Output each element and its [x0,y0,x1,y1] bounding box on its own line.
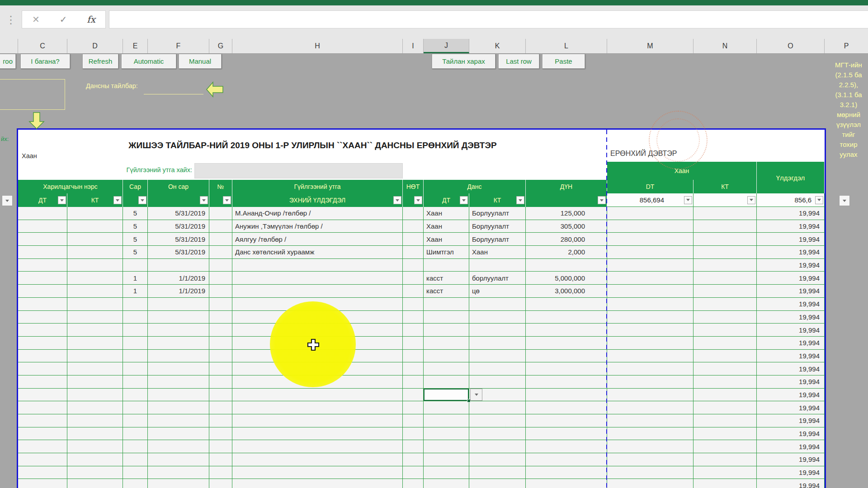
cell-n[interactable] [693,375,757,388]
cell-onsar[interactable] [148,350,209,362]
cell-uld[interactable]: 19,994 [757,389,825,401]
cell-no[interactable] [209,311,232,324]
cell-n[interactable] [693,401,757,414]
column-header-L[interactable]: L [526,39,607,53]
filter-dropdown[interactable] [414,196,422,204]
cell-m[interactable] [607,466,693,479]
cell-m[interactable] [607,362,693,375]
cell-novt[interactable] [403,389,424,401]
cell-n[interactable] [693,233,757,245]
cell-ddt[interactable]: касст [424,272,469,284]
cell-onsar[interactable] [148,375,209,388]
cell-d[interactable] [67,311,123,324]
cell-dun[interactable] [526,466,607,479]
cell-m[interactable] [607,375,693,388]
cell-novt[interactable] [403,298,424,310]
cell-dkt[interactable] [469,466,526,479]
cell-m[interactable] [607,233,693,245]
cell-m[interactable] [607,259,693,272]
cell-n[interactable] [693,298,757,310]
cell-ddt[interactable] [424,389,469,401]
cell-dun[interactable] [526,311,607,324]
cell-utga[interactable] [232,272,403,284]
cell-m[interactable] [607,220,693,233]
cell-no[interactable] [209,401,232,414]
cell-sar[interactable] [123,479,148,488]
cell-m[interactable] [607,440,693,453]
cell-n[interactable] [693,246,757,258]
cell-d[interactable] [67,350,123,362]
cell-uld[interactable]: 19,994 [757,440,825,453]
cell-c[interactable] [18,453,67,466]
cell-dun[interactable] [526,427,607,440]
cell-c[interactable] [18,311,67,324]
cell-ddt[interactable] [424,466,469,479]
cell-dkt[interactable] [469,362,526,375]
cell-no[interactable] [209,453,232,466]
filter-dropdown[interactable] [58,196,66,204]
cell-c[interactable] [18,350,67,362]
cell-no[interactable] [209,479,232,488]
cell-no[interactable] [209,324,232,336]
cell-ddt[interactable] [424,324,469,336]
column-header-O[interactable]: O [757,39,825,53]
cell-d[interactable] [67,375,123,388]
cell-ddt[interactable] [424,350,469,362]
cell-uld[interactable]: 19,994 [757,466,825,479]
cell-onsar[interactable]: 5/31/2019 [148,246,209,258]
cell-m[interactable] [607,207,693,220]
cell-n[interactable] [693,207,757,220]
cell-dun[interactable]: 3,000,000 [526,285,607,297]
filter-dropdown[interactable] [598,196,606,204]
cell-sar[interactable] [123,414,148,427]
cell-ddt[interactable] [424,440,469,453]
cell-dkt[interactable] [469,375,526,388]
cell-sar[interactable]: 5 [123,233,148,245]
cell-dkt[interactable]: борлуулалт [469,272,526,284]
formula-bar-input[interactable] [109,10,868,28]
cell-uld[interactable]: 19,994 [757,220,825,233]
column-header-partial[interactable] [0,39,18,53]
cancel-icon[interactable]: ✕ [32,14,40,25]
cell-no[interactable] [209,285,232,297]
cell-d[interactable] [67,479,123,488]
cell-novt[interactable] [403,207,424,220]
cell-c[interactable] [18,298,67,310]
cell-dkt[interactable] [469,453,526,466]
cell-dkt[interactable] [469,350,526,362]
refresh-button[interactable]: Refresh [82,54,118,69]
cell-m[interactable] [607,272,693,284]
cell-no[interactable] [209,246,232,258]
filter-dropdown[interactable] [393,196,401,204]
cell-sar[interactable] [123,362,148,375]
cell-utga[interactable] [232,414,403,427]
cell-dkt[interactable]: Борлуулалт [469,207,526,220]
cell-novt[interactable] [403,401,424,414]
view-report-button[interactable]: Тайлан харах [432,54,495,69]
cell-dun[interactable] [526,401,607,414]
cell-dun[interactable] [526,440,607,453]
cell-uld[interactable]: 19,994 [757,233,825,245]
cell-m[interactable] [607,246,693,258]
cell-n[interactable] [693,440,757,453]
cell-d[interactable] [67,401,123,414]
cell-dkt[interactable] [469,259,526,272]
cell-n[interactable] [693,479,757,488]
cell-no[interactable] [209,207,232,220]
cell-d[interactable] [67,259,123,272]
cell-uld[interactable]: 19,994 [757,479,825,488]
enter-icon[interactable]: ✓ [60,14,67,25]
cell-d[interactable] [67,362,123,375]
cell-dun[interactable] [526,453,607,466]
cell-dun[interactable] [526,350,607,362]
cell-onsar[interactable] [148,440,209,453]
filter-dropdown[interactable] [223,196,231,204]
cell-c[interactable] [18,285,67,297]
cell-sar[interactable] [123,337,148,349]
cell-uld[interactable]: 19,994 [757,324,825,336]
column-header-F[interactable]: F [148,39,209,53]
grip-dots-icon[interactable]: ⋮ [5,12,16,28]
cell-c[interactable] [18,246,67,258]
cell-uld[interactable]: 19,994 [757,285,825,297]
cell-utga[interactable] [232,259,403,272]
